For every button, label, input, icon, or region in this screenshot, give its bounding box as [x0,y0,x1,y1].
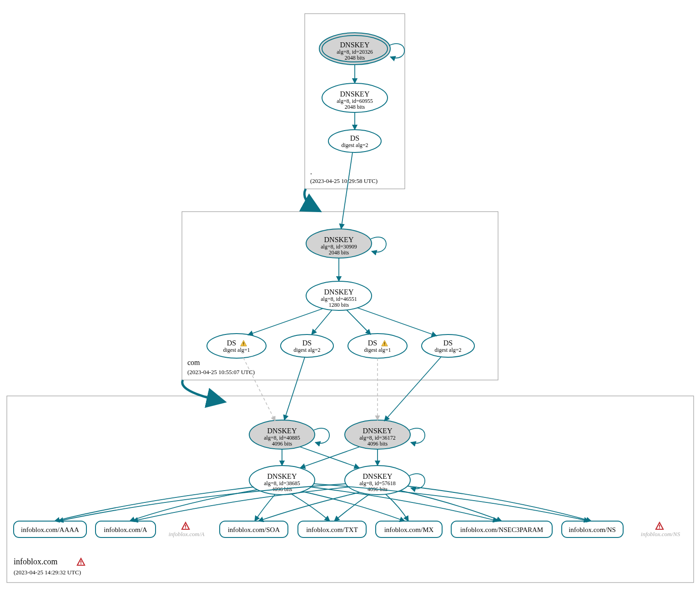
edge-com-zsk-ds1 [248,309,323,335]
com-ksk-line2: 2048 bits [329,249,349,256]
ib-ksk2-line2: 4096 bits [368,441,388,447]
com-ds1-title: DS [227,339,236,347]
node-root-ksk[interactable]: DNSKEY alg=8, id=20326 2048 bits [319,33,390,65]
com-zsk-title: DNSKEY [324,288,354,296]
zone-label-root: . [310,168,312,176]
com-ksk-line1: alg=8, id=30909 [321,243,357,250]
node-com-ds4[interactable]: DS digest alg=2 [422,335,474,357]
edge-root-ds-to-com-ksk [341,152,353,229]
ib-zsk1-line1: alg=8, id=38685 [264,480,300,487]
ib-ksk1-line1: alg=8, id=40885 [264,435,300,441]
root-ksk-line1: alg=8, id=20326 [337,49,373,55]
delegation-arrow-root-to-com [304,189,318,210]
self-loop-ib-ksk2 [409,428,425,443]
node-root-ds[interactable]: DS digest alg=2 [328,130,381,152]
edge-com-zsk-ds3 [347,310,371,335]
e-z2-a [133,487,349,521]
edge-ds1-to-ksk1 [243,358,275,421]
e-z1-txt [291,494,330,521]
ib-zsk2-line1: alg=8, id=57618 [359,480,396,487]
zone-ts-root: (2023-04-25 10:29:58 UTC) [310,177,378,184]
com-zsk-line2: 1280 bits [329,302,349,308]
rrset-a[interactable]: infoblox.com/A [96,521,156,537]
ib-ksk1-title: DNSKEY [267,427,297,435]
rrset-nsec3-label: infoblox.com/NSEC3PARAM [460,526,543,533]
ib-zsk1-title: DNSKEY [267,472,297,480]
com-ds1-line1: digest alg=1 [223,347,250,353]
zone-box-infoblox [7,396,694,583]
rrset-soa-label: infoblox.com/SOA [228,526,280,533]
com-ds2-line1: digest alg=2 [293,347,320,353]
rrset-a-label: infoblox.com/A [104,526,147,533]
rrset-txt[interactable]: infoblox.com/TXT [298,521,366,537]
node-com-ds2[interactable]: DS digest alg=2 [281,335,333,357]
zone-label-infoblox: infoblox.com [14,557,58,566]
edge-ds4-to-ksk2 [384,357,441,421]
svg-point-12 [348,334,407,358]
root-ksk-title: DNSKEY [340,41,370,49]
rrset-mx-label: infoblox.com/MX [384,526,434,533]
zone-ts-com: (2023-04-25 10:55:07 UTC) [187,369,255,375]
edge-com-zsk-ds4 [357,308,437,336]
node-root-zsk[interactable]: DNSKEY alg=8, id=60955 2048 bits [322,83,388,112]
error-icon [656,522,663,529]
self-loop-root-ksk [389,44,404,58]
com-ds2-title: DS [302,339,312,347]
node-ib-ksk1[interactable]: DNSKEY alg=8, id=40885 4096 bits [249,420,315,449]
insecure-a-label: infoblox.com/A [168,531,204,537]
root-zsk-line1: alg=8, id=60955 [337,98,373,104]
com-zsk-line1: alg=8, id=46551 [321,296,357,302]
root-ds-title: DS [350,134,359,142]
rrset-soa[interactable]: infoblox.com/SOA [220,521,288,537]
ib-ksk1-line2: 4096 bits [272,441,292,447]
edge-com-zsk-ds2 [312,310,332,335]
e-z1-mx [302,492,405,521]
com-ds3-title: DS [368,339,377,347]
rrset-aaaa-label: infoblox.com/AAAA [21,526,79,533]
com-ds3-line1: digest alg=1 [364,347,391,353]
zone-ts-infoblox: (2023-04-25 14:29:32 UTC) [14,569,81,576]
node-com-ds1[interactable]: DS digest alg=1 [207,334,266,358]
zone-label-com: com [187,359,200,366]
node-ib-ksk2[interactable]: DNSKEY alg=8, id=36172 4096 bits [345,420,410,449]
rrset-ns-label: infoblox.com/NS [569,526,616,533]
node-ib-zsk1[interactable]: DNSKEY alg=8, id=38685 4096 bits [249,466,315,495]
com-ds4-line1: digest alg=2 [434,347,461,353]
root-ksk-line2: 2048 bits [345,55,365,61]
com-ds4-title: DS [443,339,453,347]
error-icon [77,558,85,565]
rrset-nsec3param[interactable]: infoblox.com/NSEC3PARAM [451,521,552,537]
delegation-arrow-com-to-infoblox [182,380,223,401]
self-loop-com-ksk [371,237,386,252]
error-icon [182,522,189,529]
insecure-ns-label: infoblox.com/NS [641,531,680,537]
com-ksk-title: DNSKEY [324,236,354,243]
e-z2-nsec3 [400,491,502,521]
node-com-zsk[interactable]: DNSKEY alg=8, id=46551 1280 bits [306,281,372,310]
root-zsk-title: DNSKEY [340,90,370,98]
rrset-txt-label: infoblox.com/TXT [306,526,358,533]
ib-ksk2-title: DNSKEY [363,427,393,435]
root-ds-line1: digest alg=2 [341,142,368,148]
rrset-aaaa[interactable]: infoblox.com/AAAA [14,521,86,537]
root-zsk-line2: 2048 bits [345,104,365,110]
self-loop-ib-ksk1 [314,428,329,443]
ib-zsk2-title: DNSKEY [363,472,393,480]
ib-ksk2-line1: alg=8, id=36172 [359,435,396,441]
edge-ds2-to-ksk1 [284,357,305,420]
node-com-ds3[interactable]: DS digest alg=1 [348,334,407,358]
node-com-ksk[interactable]: DNSKEY alg=8, id=30909 2048 bits [306,229,372,258]
rrset-mx[interactable]: infoblox.com/MX [376,521,442,537]
rrset-ns[interactable]: infoblox.com/NS [562,521,623,537]
svg-point-10 [207,334,266,358]
